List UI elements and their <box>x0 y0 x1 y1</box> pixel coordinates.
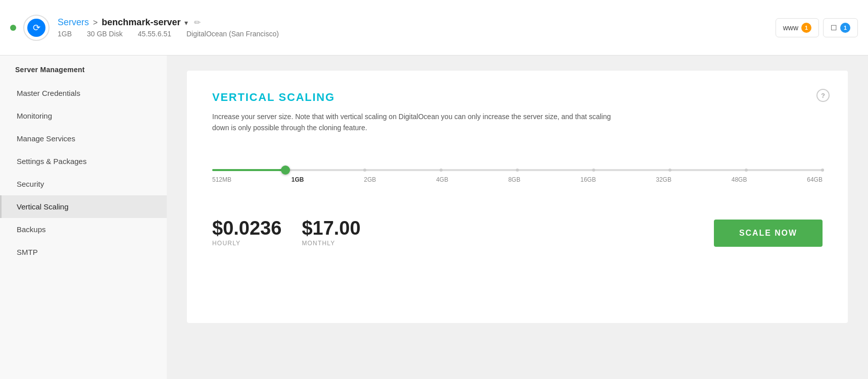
www-count: 1 <box>801 23 811 33</box>
edit-icon[interactable]: ✏ <box>194 18 201 27</box>
server-disk: 30 GB Disk <box>87 30 123 38</box>
main-layout: Server Management Master Credentials Mon… <box>0 56 868 379</box>
slider-dot-16gb <box>592 169 595 172</box>
slider-label-2gb: 2GB <box>364 176 376 183</box>
breadcrumb-servers-link[interactable]: Servers <box>58 17 89 28</box>
slider-fill <box>212 169 285 171</box>
slider-label-512mb: 512MB <box>212 176 231 183</box>
header-right: www 1 ☐ 1 <box>776 18 858 37</box>
sidebar: Server Management Master Credentials Mon… <box>0 56 167 379</box>
breadcrumb-top: Servers > benchmark-server ▾ ✏ <box>58 17 279 28</box>
breadcrumb-server-name: benchmark-server <box>102 17 180 28</box>
card-description: Increase your server size. Note that wit… <box>212 111 616 134</box>
slider-dot-8gb <box>516 169 519 172</box>
help-icon[interactable]: ? <box>816 89 830 102</box>
breadcrumb-chevron-icon[interactable]: ▾ <box>184 19 188 27</box>
slider-track[interactable] <box>212 169 823 171</box>
sidebar-item-manage-services[interactable]: Manage Services <box>0 127 167 150</box>
slider-label-8gb: 8GB <box>508 176 520 183</box>
sidebar-item-master-credentials[interactable]: Master Credentials <box>0 82 167 104</box>
monthly-amount: $17.00 <box>302 219 360 238</box>
server-logo-inner <box>27 19 45 37</box>
card-title: VERTICAL SCALING <box>212 91 823 104</box>
slider-label-4gb: 4GB <box>436 176 448 183</box>
slider-labels: 512MB 1GB 2GB 4GB 8GB 16GB 32GB 48GB 64G… <box>212 176 823 183</box>
vertical-scaling-card: ? VERTICAL SCALING Increase your server … <box>187 71 848 323</box>
slider-label-48gb: 48GB <box>732 176 747 183</box>
sidebar-item-settings[interactable]: Settings & Packages <box>0 150 167 173</box>
slider-thumb[interactable] <box>281 166 290 175</box>
slider-label-64gb: 64GB <box>807 176 823 183</box>
monthly-label: MONTHLY <box>302 240 360 247</box>
scale-now-button[interactable]: SCALE NOW <box>714 220 823 247</box>
sidebar-item-smtp[interactable]: SMTP <box>0 241 167 263</box>
server-ram: 1GB <box>58 30 72 38</box>
status-dot <box>10 25 16 31</box>
server-provider: DigitalOcean (San Francisco) <box>186 30 279 38</box>
sidebar-item-security[interactable]: Security <box>0 173 167 195</box>
scaling-slider-section: 512MB 1GB 2GB 4GB 8GB 16GB 32GB 48GB 64G… <box>212 159 823 198</box>
slider-label-16gb: 16GB <box>581 176 596 183</box>
pages-count: 1 <box>840 23 850 33</box>
sidebar-item-vertical-scaling[interactable]: Vertical Scaling <box>0 195 167 218</box>
hourly-price: $0.0236 HOURLY <box>212 219 281 247</box>
pricing-row: $0.0236 HOURLY $17.00 MONTHLY SCALE NOW <box>212 219 823 247</box>
breadcrumb-arrow: > <box>93 18 98 27</box>
pages-badge[interactable]: ☐ 1 <box>823 18 858 37</box>
slider-dot-48gb <box>745 169 748 172</box>
server-ip: 45.55.6.51 <box>138 30 171 38</box>
slider-dot-32gb <box>668 169 671 172</box>
top-header: Servers > benchmark-server ▾ ✏ 1GB 30 GB… <box>0 0 868 56</box>
www-label: www <box>783 24 798 32</box>
server-logo <box>23 15 50 41</box>
sidebar-item-monitoring[interactable]: Monitoring <box>0 104 167 127</box>
www-badge[interactable]: www 1 <box>776 18 819 37</box>
pages-icon: ☐ <box>831 24 837 32</box>
slider-label-32gb: 32GB <box>656 176 671 183</box>
slider-dot-2gb <box>363 169 366 172</box>
server-meta: 1GB 30 GB Disk 45.55.6.51 DigitalOcean (… <box>58 30 279 38</box>
hourly-amount: $0.0236 <box>212 219 281 238</box>
hourly-label: HOURLY <box>212 240 281 247</box>
slider-dot-64gb <box>821 169 824 172</box>
sidebar-item-backups[interactable]: Backups <box>0 218 167 241</box>
content-area: ? VERTICAL SCALING Increase your server … <box>167 56 868 379</box>
slider-dot-4gb <box>440 169 443 172</box>
monthly-price: $17.00 MONTHLY <box>302 219 360 247</box>
sidebar-section-title: Server Management <box>0 66 167 82</box>
breadcrumb-nav: Servers > benchmark-server ▾ ✏ 1GB 30 GB… <box>58 17 279 38</box>
slider-track-wrapper: 512MB 1GB 2GB 4GB 8GB 16GB 32GB 48GB 64G… <box>212 159 823 198</box>
slider-label-1gb: 1GB <box>292 176 304 183</box>
